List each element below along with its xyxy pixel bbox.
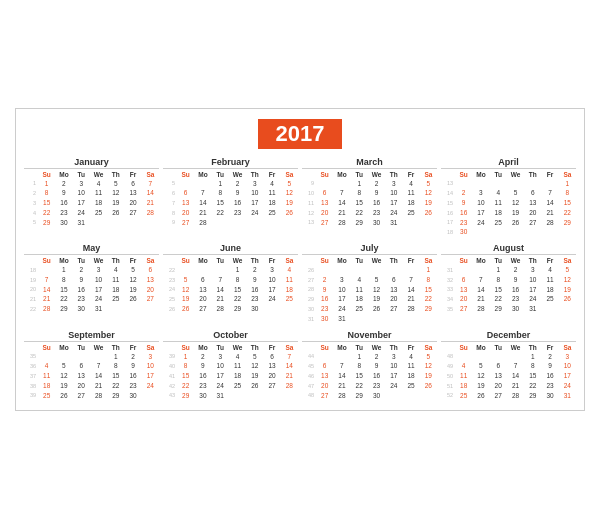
day-cell: 26 — [472, 391, 489, 401]
day-cell: 24 — [524, 294, 541, 304]
day-cell: 18 — [541, 285, 558, 295]
day-cell: 21 — [333, 208, 350, 218]
day-cell: 15 — [351, 198, 368, 208]
week-row: 132728293031·· — [302, 218, 437, 228]
week-row: 713141516171819 — [163, 198, 298, 208]
day-header-mo: Mo — [55, 257, 72, 264]
day-cell: 27 — [263, 381, 280, 391]
day-cell: 9 — [316, 285, 333, 295]
day-cell: 23 — [246, 294, 263, 304]
day-header-mo: Mo — [333, 344, 350, 351]
day-header-su: Su — [316, 344, 333, 351]
day-header-sa: Sa — [559, 257, 576, 264]
day-cell: 5 — [472, 361, 489, 371]
day-cell: 14 — [402, 285, 419, 295]
day-cell: 8 — [229, 275, 246, 285]
day-cell: 20 — [455, 294, 472, 304]
day-cell: 28 — [90, 391, 107, 401]
week-row: 4613141516171819 — [302, 371, 437, 381]
day-cell: 29 — [55, 304, 72, 314]
week-num: 10 — [302, 189, 316, 197]
week-row: 106789101112 — [302, 188, 437, 198]
week-num: 9 — [302, 179, 316, 187]
day-cell: 16 — [316, 294, 333, 304]
week-num: 23 — [163, 276, 177, 284]
week-row: 66789101112 — [163, 188, 298, 198]
day-header-mo: Mo — [55, 344, 72, 351]
week-num: 51 — [441, 382, 455, 390]
day-cell: 1 — [559, 179, 576, 189]
day-cell: 15 — [107, 371, 124, 381]
day-cell: 10 — [524, 275, 541, 285]
day-header-su: Su — [455, 344, 472, 351]
day-cell: · — [142, 218, 159, 228]
day-cell: 30 — [541, 391, 558, 401]
day-header-th: Th — [107, 257, 124, 264]
day-cell: 27 — [455, 304, 472, 314]
day-cell: 10 — [212, 361, 229, 371]
day-cell: 22 — [55, 294, 72, 304]
day-cell: 8 — [524, 361, 541, 371]
week-num: 31 — [302, 315, 316, 323]
day-cell: 7 — [507, 361, 524, 371]
week-num: 46 — [302, 372, 316, 380]
week-row: 3313141516171819 — [441, 285, 576, 295]
day-cell: 7 — [402, 275, 419, 285]
day-cell: 22 — [38, 208, 55, 218]
day-cell: 13 — [490, 371, 507, 381]
day-cell: · — [368, 314, 385, 324]
day-cell: · — [472, 352, 489, 362]
day-header-su: Su — [38, 344, 55, 351]
week-num: 21 — [24, 295, 38, 303]
day-headers-row: SuMoTuWeThFrSa — [441, 344, 576, 351]
day-cell: 13 — [142, 275, 159, 285]
day-cell: 29 — [177, 391, 194, 401]
year-badge: 2017 — [258, 119, 343, 149]
day-cell: 30 — [246, 304, 263, 314]
day-cell: 3 — [142, 352, 159, 362]
day-cell: 6 — [177, 188, 194, 198]
day-cell: 7 — [142, 179, 159, 189]
day-cell: 26 — [559, 294, 576, 304]
day-cell: 3 — [472, 188, 489, 198]
day-cell: 23 — [229, 208, 246, 218]
day-cell: · — [90, 218, 107, 228]
day-header-th: Th — [524, 257, 541, 264]
day-cell: 3 — [246, 179, 263, 189]
day-cell: 13 — [316, 371, 333, 381]
day-cell: · — [472, 179, 489, 189]
day-cell: 25 — [490, 218, 507, 228]
day-cell: 25 — [263, 208, 280, 218]
day-cell: 19 — [177, 294, 194, 304]
week-num: 48 — [302, 391, 316, 399]
day-cell: 5 — [368, 275, 385, 285]
day-header-tu: Tu — [490, 171, 507, 178]
day-cell: 6 — [142, 265, 159, 275]
day-cell: 24 — [385, 208, 402, 218]
day-cell: 11 — [402, 361, 419, 371]
month-name: December — [441, 330, 576, 342]
week-row: 5293031···· — [24, 218, 159, 228]
day-cell: · — [559, 304, 576, 314]
week-num: 14 — [441, 189, 455, 197]
day-cell: 29 — [38, 218, 55, 228]
day-cell: 10 — [263, 275, 280, 285]
day-header-we: We — [229, 171, 246, 178]
day-cell: · — [333, 265, 350, 275]
week-num: 4 — [24, 209, 38, 217]
day-cell: 29 — [351, 218, 368, 228]
week-row: 3818192021222324 — [24, 381, 159, 391]
week-row: 2519202122232425 — [163, 294, 298, 304]
month-november: NovemberSuMoTuWeThFrSa44··12345456789101… — [302, 330, 437, 401]
day-cell: 7 — [333, 361, 350, 371]
week-row: 5011121314151617 — [441, 371, 576, 381]
day-cell: 5 — [177, 275, 194, 285]
day-cell: 21 — [472, 294, 489, 304]
week-row: 3711121314151617 — [24, 371, 159, 381]
day-cell: 21 — [38, 294, 55, 304]
day-cell: 24 — [73, 208, 90, 218]
day-cell: · — [472, 227, 489, 237]
day-headers-row: SuMoTuWeThFrSa — [302, 344, 437, 351]
day-header-we: We — [90, 344, 107, 351]
day-cell: 23 — [541, 381, 558, 391]
